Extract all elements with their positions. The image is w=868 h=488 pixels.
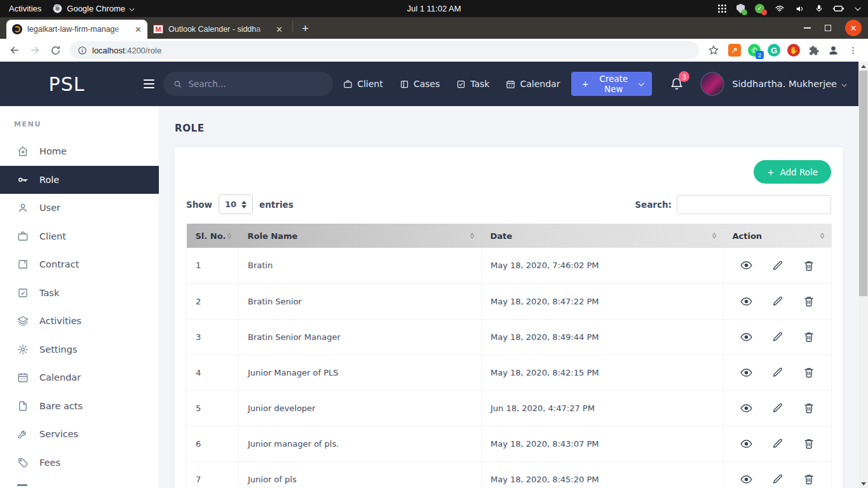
view-button[interactable] [740, 259, 752, 271]
table-header-row: Sl. No. Role Name Date Action [187, 224, 832, 248]
cell-role-name: Junior of pls [239, 461, 482, 488]
edit-button[interactable] [772, 473, 783, 485]
new-tab-button[interactable]: + [297, 22, 314, 36]
sidebar-toggle-button[interactable] [144, 77, 154, 91]
user-menu[interactable]: Siddhartha. Mukherjee [700, 72, 846, 96]
column-header-action[interactable]: Action [724, 224, 832, 248]
edit-button[interactable] [772, 331, 783, 342]
add-role-button[interactable]: + Add Role [754, 160, 831, 184]
site-info-icon[interactable] [78, 46, 87, 55]
delete-button[interactable] [803, 473, 815, 485]
header-nav-client[interactable]: Client [343, 79, 383, 89]
tab-legalkart[interactable]: legalkart-law-firm-manage ✕ [6, 20, 147, 39]
sidebar-item-label: Services [39, 429, 78, 439]
delete-button[interactable] [803, 295, 815, 307]
reload-button[interactable] [47, 42, 64, 58]
sidebar-item-settings[interactable]: Settings [0, 336, 159, 364]
delete-button[interactable] [803, 438, 815, 449]
grammarly-extension-icon[interactable]: G [768, 44, 780, 57]
volume-icon[interactable] [795, 4, 805, 13]
sidebar-item-contract[interactable]: Contract [0, 250, 159, 279]
sidebar-item-task[interactable]: Task [0, 279, 159, 308]
column-header-role-name[interactable]: Role Name [239, 224, 482, 248]
sidebar-item-user[interactable]: User [0, 194, 159, 222]
edit-button[interactable] [772, 260, 783, 271]
scroll-down-arrow-icon[interactable] [858, 479, 868, 488]
global-search[interactable] [163, 72, 333, 96]
cell-date: May 18, 2020, 8:43:07 PM [482, 426, 724, 461]
page-size-select[interactable]: 10 [219, 194, 253, 214]
browser-menu-kebab-icon[interactable] [846, 44, 859, 57]
system-menu-caret-icon[interactable] [855, 4, 861, 11]
edit-button[interactable] [772, 295, 783, 307]
sidebar-item-services[interactable]: Services [0, 420, 159, 449]
header-nav-cases[interactable]: Cases [400, 79, 440, 89]
browser-scrollbar[interactable] [858, 62, 868, 488]
activities-button[interactable]: Activities [9, 4, 41, 13]
back-button[interactable] [6, 42, 23, 58]
window-close-button[interactable]: ✕ [845, 20, 862, 36]
view-button[interactable] [740, 367, 752, 379]
column-header-sl-no[interactable]: Sl. No. [187, 224, 239, 248]
scroll-up-arrow-icon[interactable] [858, 62, 868, 71]
window-maximize-button[interactable] [825, 25, 831, 31]
notifications-button[interactable]: 3 [670, 77, 684, 91]
edit-button[interactable] [772, 367, 783, 378]
profile-avatar-icon[interactable] [827, 44, 839, 57]
extensions-puzzle-icon[interactable] [807, 44, 820, 57]
view-button[interactable] [740, 331, 752, 343]
view-button[interactable] [740, 438, 752, 450]
delete-button[interactable] [803, 367, 815, 378]
view-button[interactable] [740, 473, 752, 485]
microphone-icon[interactable] [815, 4, 823, 13]
whatsapp-extension-icon[interactable]: ✆2 [748, 44, 761, 57]
sidebar-item-fees[interactable]: Fees [0, 449, 159, 477]
window-minimize-button[interactable] [804, 27, 811, 29]
view-button[interactable] [740, 295, 752, 308]
sidebar-item-home[interactable]: Home [0, 137, 159, 166]
delete-button[interactable] [803, 402, 815, 414]
nav-label: Task [470, 79, 489, 89]
table-search-input[interactable] [677, 195, 831, 214]
column-header-date[interactable]: Date [482, 224, 724, 248]
tab-close-icon[interactable]: ✕ [276, 25, 283, 34]
sidebar-item-bare-acts[interactable]: Bare acts [0, 392, 159, 421]
column-label: Date [491, 231, 513, 241]
app-menu[interactable]: Google Chrome [53, 4, 134, 13]
bookmark-star-icon[interactable] [705, 42, 722, 58]
sidebar-item-role[interactable]: Role [0, 166, 159, 194]
dropbox-tray-icon[interactable] [718, 4, 726, 13]
app-logo[interactable]: PSL [49, 73, 85, 95]
zoho-extension-icon[interactable]: ↗ [728, 44, 741, 57]
briefcase-icon [343, 79, 353, 89]
table-row: 2 Bratin Senior May 18, 2020, 8:47:22 PM [187, 283, 832, 319]
cell-sl-no: 7 [187, 461, 239, 488]
create-new-button[interactable]: + Create New [571, 72, 652, 96]
scrollbar-thumb[interactable] [859, 71, 867, 296]
sidebar-item-client[interactable]: Client [0, 222, 159, 251]
tab-close-icon[interactable]: ✕ [135, 25, 142, 34]
sidebar-item-activities[interactable]: Activities [0, 307, 159, 336]
tab-outlook-calendar[interactable]: M Outlook Calender - siddha ✕ [147, 20, 288, 39]
sidebar-item-calendar[interactable]: Calendar [0, 363, 159, 392]
battery-icon[interactable] [833, 4, 844, 13]
delete-button[interactable] [803, 260, 815, 271]
sidebar: MENU Home Role User Client Contract Task… [0, 106, 159, 488]
view-button[interactable] [740, 402, 752, 414]
global-search-input[interactable] [188, 79, 323, 89]
header-nav-calendar[interactable]: Calendar [506, 79, 560, 89]
cell-role-name: Junior manager of pls. [239, 426, 482, 461]
adblock-extension-icon[interactable]: ✋ [787, 44, 800, 57]
edit-button[interactable] [772, 402, 783, 414]
header-nav-task[interactable]: Task [456, 79, 489, 89]
sidebar-item-label: Contract [39, 259, 79, 269]
delete-button[interactable] [803, 331, 815, 342]
sidebar-item-label: Role [39, 175, 59, 185]
recorder-status-icon[interactable]: ✓ [755, 4, 764, 13]
wifi-icon[interactable] [775, 4, 785, 13]
shield-status-icon[interactable] [736, 4, 745, 13]
sidebar-item-label: Home [39, 146, 67, 156]
edit-button[interactable] [772, 438, 783, 449]
column-label: Role Name [248, 231, 298, 241]
url-bar[interactable]: localhost:4200/role [70, 41, 699, 59]
